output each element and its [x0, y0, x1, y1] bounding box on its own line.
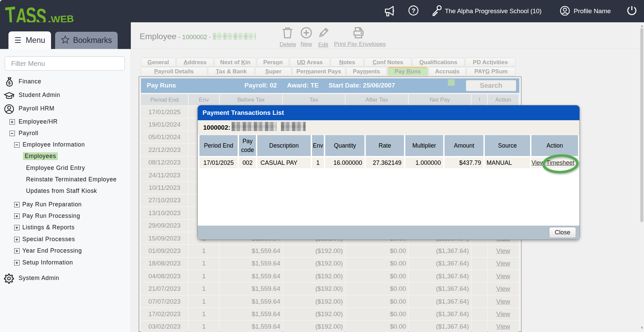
- svg-text:$: $: [8, 80, 11, 85]
- svg-text:?: ?: [411, 7, 415, 14]
